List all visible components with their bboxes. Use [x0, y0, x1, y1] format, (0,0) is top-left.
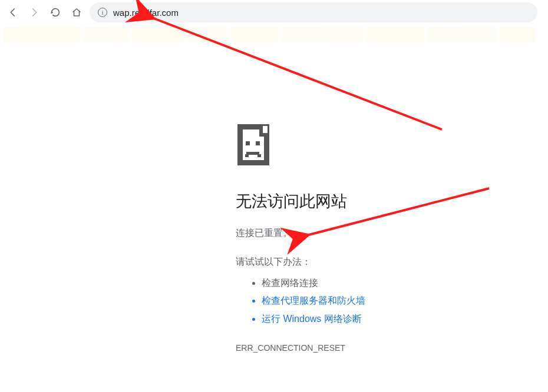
bookmark-item[interactable]	[187, 27, 229, 42]
svg-rect-12	[245, 154, 249, 157]
forward-button[interactable]	[26, 4, 42, 21]
bookmark-item[interactable]	[132, 27, 185, 42]
bookmark-item[interactable]	[82, 27, 130, 42]
address-bar[interactable]: i wap.readfar.com	[90, 2, 537, 22]
bookmark-item[interactable]	[231, 27, 278, 42]
suggestion-check-proxy[interactable]: 检查代理服务器和防火墙	[262, 292, 507, 310]
svg-rect-10	[256, 141, 260, 145]
bookmarks-bar	[0, 25, 548, 45]
svg-rect-2	[239, 126, 243, 164]
error-title: 无法访问此网站	[236, 191, 507, 212]
suggestion-run-diagnostics[interactable]: 运行 Windows 网络诊断	[262, 310, 507, 328]
back-button[interactable]	[5, 4, 21, 21]
suggestion-check-connection: 检查网络连接	[262, 274, 507, 292]
url-text: wap.readfar.com	[113, 8, 529, 18]
home-button[interactable]	[68, 4, 85, 21]
site-info-icon[interactable]: i	[98, 8, 107, 17]
suggestions-list: 检查网络连接 检查代理服务器和防火墙 运行 Windows 网络诊断	[236, 274, 507, 328]
svg-rect-13	[258, 154, 261, 157]
reload-button[interactable]	[47, 4, 64, 21]
sad-page-icon	[236, 124, 278, 166]
svg-rect-9	[246, 141, 250, 145]
browser-toolbar: i wap.readfar.com	[0, 0, 548, 25]
error-code: ERR_CONNECTION_RESET	[236, 343, 507, 353]
error-page: 无法访问此网站 连接已重置。 请试试以下办法： 检查网络连接 检查代理服务器和防…	[236, 124, 507, 353]
bookmark-item[interactable]	[427, 27, 497, 42]
error-subtitle: 连接已重置。	[236, 227, 507, 240]
svg-rect-8	[259, 133, 268, 137]
bookmark-item[interactable]	[4, 27, 80, 42]
try-label: 请试试以下办法：	[236, 256, 507, 268]
bookmark-item[interactable]	[500, 27, 535, 42]
bookmark-item[interactable]	[280, 27, 363, 42]
bookmark-item[interactable]	[365, 27, 424, 42]
svg-rect-5	[239, 160, 268, 164]
